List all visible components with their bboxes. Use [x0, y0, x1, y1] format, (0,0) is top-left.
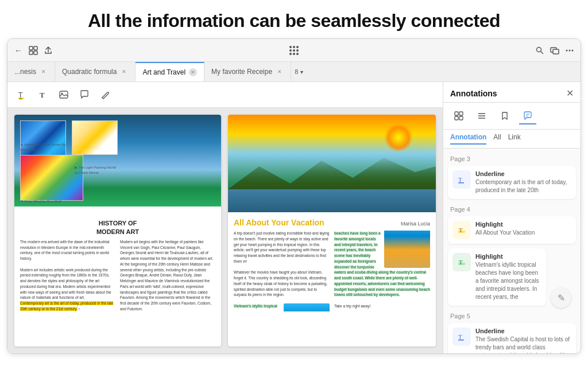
window-button[interactable] [550, 45, 560, 56]
annotations-list: Page 3 T Underline Contemporary art is t… [443, 149, 581, 353]
annotation-text: The Swedish Capital is host to lots of t… [475, 336, 571, 353]
highlight-text-tool[interactable]: T̲ [13, 85, 32, 104]
back-button[interactable]: ← [13, 45, 24, 56]
annotation-highlight-green-icon: T [452, 253, 471, 271]
art-history-body: The modern era arrived with the dawn of … [20, 239, 215, 318]
svg-rect-1 [34, 46, 37, 50]
text-tool[interactable]: T [34, 85, 52, 104]
page-art-history: ▲ Impression, Blue Ocean by Claude Monet… [14, 115, 221, 346]
app-window: ← [7, 38, 581, 354]
svg-text:T: T [458, 333, 462, 340]
annotation-text: Vietnam's idyllic tropical beaches have … [475, 261, 541, 301]
caption-blue: ▲ Impression, Blue Ocean by Claude Monet [20, 142, 66, 152]
annotation-highlight-vietnam-content: Highlight Vietnam's idyllic tropical bea… [475, 253, 541, 301]
water-reflection [228, 189, 436, 212]
share-button[interactable] [43, 45, 53, 56]
tab-genesis-close[interactable]: ✕ [40, 68, 48, 76]
annotation-highlight-vacation[interactable]: T Highlight All About Your Vacation [448, 216, 576, 244]
page5-label: Page 5 [448, 310, 576, 323]
tab-quadratic[interactable]: Quadratic formula ✕ [55, 62, 136, 81]
panel-header: Annotations ✕ [443, 82, 581, 103]
page4-label: Page 4 [448, 204, 576, 216]
art-images-section: ▲ Impression, Blue Ocean by Claude Monet… [14, 115, 221, 206]
caption-light: ▶ The Light Painting World by Frank Mone… [75, 165, 121, 175]
page3-label: Page 3 [448, 153, 576, 166]
svg-rect-18 [455, 116, 458, 120]
draw-tool[interactable] [96, 85, 114, 104]
caption-colorful: ▼ Color Wind by Tom Wolf [20, 199, 66, 204]
vacation-content: All About Your Vacation Marisa Lucia A t… [228, 212, 436, 317]
svg-text:T: T [458, 176, 462, 183]
nav-controls: ← [13, 45, 53, 56]
panel-close-button[interactable]: ✕ [566, 88, 574, 99]
svg-rect-17 [459, 112, 463, 115]
panel-annotation-view[interactable] [519, 107, 536, 124]
annotation-type: Underline [475, 328, 571, 334]
svg-point-9 [569, 49, 571, 51]
svg-rect-16 [455, 112, 458, 115]
annotation-text: All About Your Vacation [475, 229, 571, 237]
svg-rect-12 [18, 98, 24, 99]
annotation-underline-swedish[interactable]: T Underline The Swedish Capital is host … [448, 323, 576, 353]
doc-area: T̲ T [7, 82, 443, 353]
art-history-content: HISTORY OFMODERN ART The modern era arri… [14, 211, 221, 323]
panel-icons [443, 103, 581, 130]
annotation-text: Contemporary art is the art of today, pr… [475, 178, 571, 194]
tab-art-travel[interactable]: Art and Travel ✕ [136, 62, 204, 81]
art-history-title: HISTORY OFMODERN ART [20, 219, 215, 237]
svg-text:T: T [459, 259, 463, 266]
main-content: T̲ T [7, 82, 581, 353]
art-highlight: Contemporary art is the art of today, pr… [20, 301, 113, 311]
annotation-type: Highlight [475, 253, 541, 260]
svg-line-5 [541, 51, 543, 53]
tab-link[interactable]: Link [508, 133, 521, 145]
search-button[interactable] [535, 45, 545, 56]
svg-rect-3 [34, 51, 37, 54]
svg-point-8 [566, 49, 568, 51]
svg-rect-0 [29, 46, 33, 50]
svg-rect-2 [29, 51, 33, 54]
tab-count[interactable]: 8 ▾ [291, 68, 307, 75]
comment-tool[interactable] [75, 85, 94, 104]
tab-genesis[interactable]: ...nesis ✕ [7, 62, 55, 81]
doc-pages: ▲ Impression, Blue Ocean by Claude Monet… [7, 108, 443, 353]
vacation-hero-image [228, 115, 436, 212]
vacation-body: A trip doesn't just involve eating incre… [234, 231, 430, 311]
svg-rect-14 [60, 91, 68, 98]
tab-quadratic-close[interactable]: ✕ [120, 68, 128, 76]
annotation-underline-swedish-content: Underline The Swedish Capital is host to… [475, 328, 571, 353]
annotation-highlight-vietnam[interactable]: T Highlight Vietnam's idyllic tropical b… [448, 248, 546, 306]
panel-bookmark-view[interactable] [496, 107, 513, 124]
panel-tabs: Annotation All Link [443, 130, 581, 149]
tab-annotation[interactable]: Annotation [450, 133, 486, 145]
underline-marker: T [78, 307, 80, 311]
tab-all[interactable]: All [493, 133, 501, 145]
svg-rect-19 [459, 116, 463, 120]
tab-recipe-close[interactable]: ✕ [276, 68, 284, 76]
annotation-type: Highlight [475, 221, 571, 228]
view-button[interactable] [28, 45, 38, 56]
panel-list-view[interactable] [473, 107, 490, 124]
edit-fab-button[interactable]: ✎ [551, 287, 571, 308]
svg-rect-26 [458, 182, 464, 184]
panel-title: Annotations [450, 89, 497, 98]
annotation-underline-icon: T [452, 170, 471, 189]
page-vacation: All About Your Vacation Marisa Lucia A t… [228, 115, 436, 346]
page-headline: All the information can be seamlessly co… [0, 0, 588, 38]
painting-colorful [20, 155, 83, 201]
svg-point-10 [572, 49, 574, 51]
tab-recipe[interactable]: My favorite Receipe ✕ [204, 62, 291, 81]
toolbar-right [535, 45, 575, 56]
annotation-toolbar: T̲ T [7, 82, 443, 108]
image-tool[interactable] [55, 85, 73, 104]
tab-art-travel-close[interactable]: ✕ [189, 68, 197, 76]
annotation-underline-1[interactable]: T Underline Contemporary art is the art … [448, 166, 576, 199]
annotation-underline-content: Underline Contemporary art is the art of… [475, 170, 571, 194]
annotation-type: Underline [475, 170, 571, 177]
more-button[interactable] [564, 45, 575, 56]
top-bar: ← [7, 39, 581, 62]
panel-grid-view[interactable] [450, 107, 467, 124]
svg-text:T: T [459, 227, 463, 233]
grid-button[interactable] [58, 46, 530, 55]
annotation-underline-swedish-icon: T [452, 328, 471, 346]
